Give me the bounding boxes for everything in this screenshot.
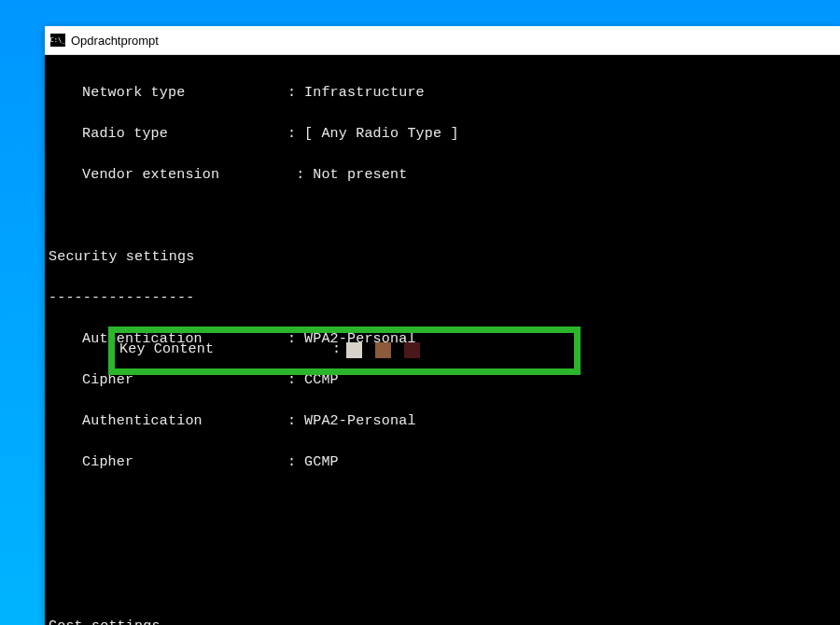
row-key-content: Key Content :: [119, 340, 420, 360]
swatch-light: [346, 342, 362, 358]
key-content-label: Key Content: [119, 340, 332, 360]
swatch-dark: [404, 342, 420, 358]
colon: :: [332, 340, 341, 360]
redacted-key-swatches: [346, 342, 420, 358]
window-title: Opdrachtprompt: [71, 34, 159, 48]
command-prompt-window: Opdrachtprompt Network type:Infrastructu…: [45, 26, 840, 625]
row-auth-2: Authentication:WPA2-Personal: [45, 411, 840, 432]
row-vendor-extension: Vendor extension : Not present: [45, 165, 840, 186]
row-cipher-2: Cipher:GCMP: [45, 452, 840, 473]
rule-security: -----------------: [45, 288, 840, 309]
heading-security: Security settings: [45, 247, 840, 268]
row-network-type: Network type:Infrastructure: [45, 83, 840, 104]
row-radio-type: Radio type:[ Any Radio Type ]: [45, 124, 840, 145]
row-cipher-1: Cipher:CCMP: [45, 370, 840, 391]
terminal-output[interactable]: Network type:Infrastructure Radio type:[…: [45, 55, 840, 625]
titlebar[interactable]: Opdrachtprompt: [45, 26, 840, 55]
cmd-icon: [50, 34, 65, 47]
heading-cost: Cost settings: [45, 617, 840, 625]
swatch-brown: [375, 342, 391, 358]
